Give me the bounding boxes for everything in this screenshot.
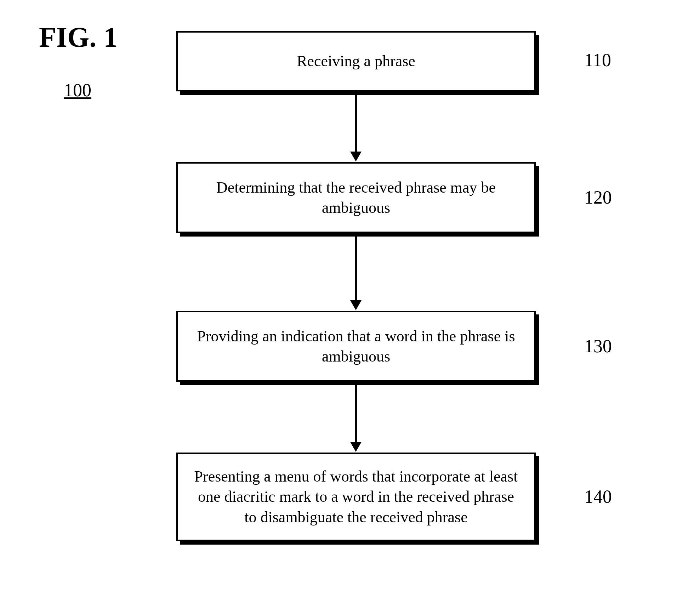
step-ref-110: 110 — [584, 50, 611, 70]
step-ref-120: 120 — [584, 187, 612, 208]
arrow-down-icon — [350, 300, 362, 310]
step-text: Providing an indication that a word in t… — [192, 326, 520, 366]
arrow-down-icon — [350, 152, 362, 161]
step-ref-130: 130 — [584, 336, 612, 357]
step-text: Presenting a menu of words that incorpor… — [192, 466, 520, 527]
step-text: Receiving a phrase — [297, 51, 415, 71]
figure-title: FIG. 1 — [39, 21, 118, 53]
flow-step-140: Presenting a menu of words that incorpor… — [176, 453, 536, 541]
diagram-canvas: FIG. 1 100 Receiving a phrase 110 Determ… — [0, 0, 700, 597]
figure-reference-number: 100 — [64, 80, 91, 101]
flow-arrow — [355, 385, 357, 445]
flow-arrow — [355, 237, 357, 304]
flow-step-130: Providing an indication that a word in t… — [176, 311, 536, 382]
flow-step-120: Determining that the received phrase may… — [176, 162, 536, 233]
arrow-down-icon — [350, 442, 362, 452]
step-ref-140: 140 — [584, 486, 612, 507]
flow-arrow — [355, 95, 357, 155]
flow-step-110: Receiving a phrase — [176, 31, 536, 91]
step-text: Determining that the received phrase may… — [192, 177, 520, 218]
